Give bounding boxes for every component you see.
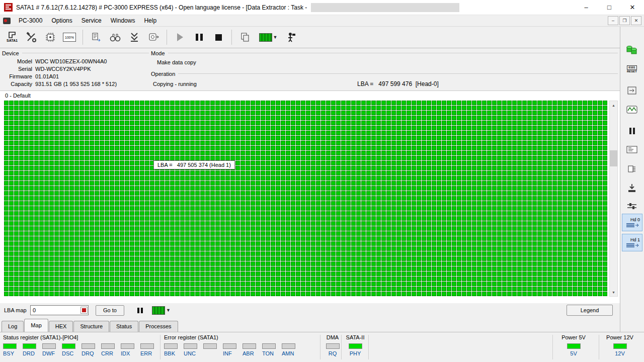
- map-cell[interactable]: [492, 176, 497, 180]
- map-cell[interactable]: [336, 246, 341, 251]
- map-cell[interactable]: [422, 272, 426, 276]
- map-cell[interactable]: [130, 161, 134, 165]
- map-cell[interactable]: [175, 186, 180, 191]
- map-cell[interactable]: [462, 166, 466, 170]
- map-cell[interactable]: [517, 166, 522, 170]
- map-cell[interactable]: [386, 131, 391, 135]
- map-cell[interactable]: [562, 121, 567, 125]
- map-cell[interactable]: [598, 226, 602, 231]
- map-cell[interactable]: [64, 191, 69, 196]
- lba-input[interactable]: [30, 305, 89, 315]
- map-cell[interactable]: [115, 101, 119, 105]
- map-cell[interactable]: [276, 241, 280, 246]
- map-cell[interactable]: [54, 101, 59, 105]
- map-cell[interactable]: [366, 272, 371, 276]
- map-cell[interactable]: [381, 251, 386, 256]
- map-cell[interactable]: [266, 131, 270, 135]
- map-cell[interactable]: [432, 272, 436, 276]
- map-cell[interactable]: [391, 191, 396, 196]
- map-cell[interactable]: [321, 241, 326, 246]
- map-cell[interactable]: [19, 251, 24, 256]
- map-cell[interactable]: [321, 292, 326, 296]
- map-cell[interactable]: [422, 151, 426, 155]
- map-cell[interactable]: [130, 236, 134, 241]
- map-cell[interactable]: [261, 111, 265, 115]
- map-cell[interactable]: [230, 241, 235, 246]
- map-cell[interactable]: [135, 236, 139, 241]
- map-cell[interactable]: [331, 126, 336, 130]
- map-cell[interactable]: [261, 211, 265, 216]
- map-cell[interactable]: [578, 226, 582, 231]
- map-cell[interactable]: [497, 161, 502, 165]
- map-cell[interactable]: [366, 186, 371, 191]
- map-cell[interactable]: [180, 171, 185, 175]
- map-cell[interactable]: [603, 226, 607, 231]
- map-cell[interactable]: [316, 231, 320, 236]
- map-cell[interactable]: [497, 216, 502, 221]
- map-cell[interactable]: [165, 272, 170, 276]
- map-cell[interactable]: [391, 176, 396, 180]
- map-cell[interactable]: [381, 131, 386, 135]
- map-cell[interactable]: [537, 101, 542, 105]
- map-cell[interactable]: [135, 131, 139, 135]
- map-cell[interactable]: [532, 116, 537, 120]
- map-cell[interactable]: [185, 146, 190, 150]
- map-cell[interactable]: [417, 161, 421, 165]
- map-cell[interactable]: [517, 111, 522, 115]
- map-cell[interactable]: [235, 241, 240, 246]
- map-cell[interactable]: [407, 101, 411, 105]
- map-cell[interactable]: [578, 241, 582, 246]
- map-cell[interactable]: [578, 251, 582, 256]
- map-cell[interactable]: [215, 272, 220, 276]
- map-cell[interactable]: [34, 266, 39, 271]
- map-cell[interactable]: [396, 236, 401, 241]
- map-cell[interactable]: [291, 141, 295, 145]
- map-cell[interactable]: [165, 101, 170, 105]
- map-cell[interactable]: [306, 246, 310, 251]
- map-cell[interactable]: [64, 101, 69, 105]
- map-cell[interactable]: [296, 206, 300, 211]
- map-cell[interactable]: [145, 236, 149, 241]
- map-cell[interactable]: [210, 261, 215, 266]
- map-cell[interactable]: [105, 216, 109, 221]
- map-cell[interactable]: [557, 277, 562, 281]
- map-cell[interactable]: [447, 256, 451, 261]
- map-cell[interactable]: [235, 146, 240, 150]
- map-cell[interactable]: [85, 201, 89, 206]
- map-cell[interactable]: [195, 241, 200, 246]
- map-cell[interactable]: [195, 221, 200, 226]
- map-cell[interactable]: [512, 186, 517, 191]
- map-cell[interactable]: [150, 251, 154, 256]
- map-cell[interactable]: [568, 206, 572, 211]
- map-cell[interactable]: [341, 231, 346, 236]
- map-cell[interactable]: [588, 292, 592, 296]
- map-cell[interactable]: [497, 211, 502, 216]
- map-cell[interactable]: [14, 156, 19, 160]
- map-cell[interactable]: [467, 191, 471, 196]
- map-cell[interactable]: [376, 226, 381, 231]
- map-cell[interactable]: [492, 201, 497, 206]
- map-cell[interactable]: [19, 151, 24, 155]
- map-cell[interactable]: [64, 201, 69, 206]
- map-cell[interactable]: [467, 161, 471, 165]
- map-cell[interactable]: [39, 226, 44, 231]
- map-cell[interactable]: [598, 201, 602, 206]
- map-cell[interactable]: [49, 256, 54, 261]
- map-cell[interactable]: [391, 131, 396, 135]
- map-cell[interactable]: [246, 211, 250, 216]
- map-cell[interactable]: [95, 196, 99, 201]
- map-cell[interactable]: [291, 171, 295, 175]
- map-cell[interactable]: [69, 241, 74, 246]
- map-cell[interactable]: [64, 131, 69, 135]
- map-cell[interactable]: [401, 186, 406, 191]
- map-cell[interactable]: [603, 101, 607, 105]
- map-cell[interactable]: [422, 196, 426, 201]
- map-cell[interactable]: [452, 166, 456, 170]
- map-cell[interactable]: [427, 211, 431, 216]
- map-cell[interactable]: [557, 111, 562, 115]
- map-cell[interactable]: [311, 246, 315, 251]
- map-cell[interactable]: [49, 287, 54, 291]
- map-cell[interactable]: [140, 141, 144, 145]
- map-cell[interactable]: [492, 166, 497, 170]
- map-cell[interactable]: [49, 176, 54, 180]
